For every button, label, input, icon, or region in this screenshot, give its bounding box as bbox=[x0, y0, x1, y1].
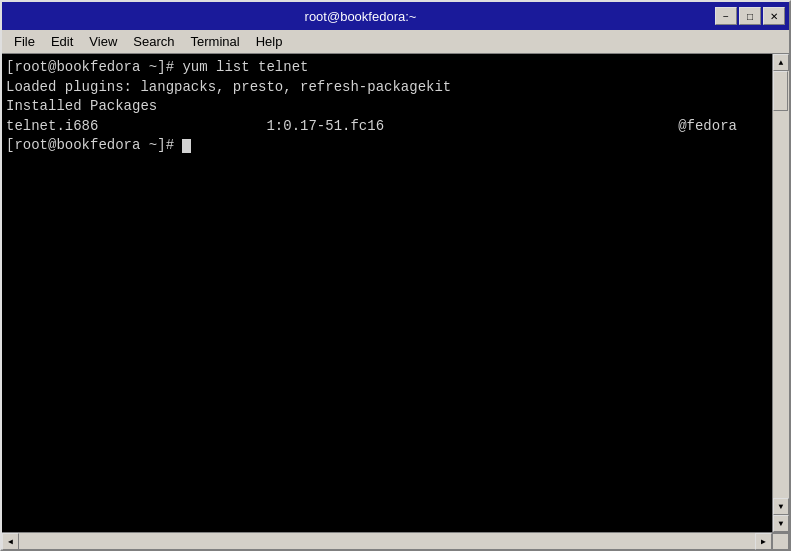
menu-help[interactable]: Help bbox=[248, 32, 291, 51]
menu-bar: File Edit View Search Terminal Help bbox=[2, 30, 789, 54]
minimize-button[interactable]: − bbox=[715, 7, 737, 25]
terminal-prompt-text: [root@bookfedora ~]# bbox=[6, 137, 182, 153]
terminal-line-1: [root@bookfedora ~]# yum list telnet bbox=[6, 59, 308, 75]
terminal-line-3: Installed Packages bbox=[6, 98, 157, 114]
window-title: root@bookfedora:~ bbox=[6, 9, 715, 24]
scroll-down-button-1[interactable]: ▼ bbox=[773, 498, 789, 515]
maximize-button[interactable]: □ bbox=[739, 7, 761, 25]
menu-file[interactable]: File bbox=[6, 32, 43, 51]
terminal-cursor bbox=[182, 139, 191, 153]
terminal-window: root@bookfedora:~ − □ ✕ File Edit View S… bbox=[0, 0, 791, 551]
close-button[interactable]: ✕ bbox=[763, 7, 785, 25]
scroll-down-button-2[interactable]: ▼ bbox=[773, 515, 789, 532]
bottom-bar: ◀ ▶ bbox=[2, 532, 789, 549]
terminal-prompt: [root@bookfedora ~]# bbox=[6, 137, 191, 153]
scroll-left-button[interactable]: ◀ bbox=[2, 533, 19, 550]
vertical-scrollbar: ▲ ▼ ▼ bbox=[772, 54, 789, 532]
title-bar: root@bookfedora:~ − □ ✕ bbox=[2, 2, 789, 30]
scroll-track[interactable] bbox=[773, 71, 789, 498]
window-controls: − □ ✕ bbox=[715, 7, 785, 25]
terminal-pkg-version: 1:0.17-51.fc16 bbox=[266, 118, 384, 134]
menu-view[interactable]: View bbox=[81, 32, 125, 51]
scrollbar-corner bbox=[772, 533, 789, 550]
menu-search[interactable]: Search bbox=[125, 32, 182, 51]
menu-edit[interactable]: Edit bbox=[43, 32, 81, 51]
scroll-up-button[interactable]: ▲ bbox=[773, 54, 789, 71]
h-scroll-track[interactable] bbox=[19, 533, 755, 549]
terminal-area: [root@bookfedora ~]# yum list telnet Loa… bbox=[2, 54, 789, 532]
scroll-thumb[interactable] bbox=[773, 71, 788, 111]
terminal-output[interactable]: [root@bookfedora ~]# yum list telnet Loa… bbox=[2, 54, 772, 532]
terminal-pkg-name: telnet.i686 bbox=[6, 118, 98, 134]
menu-terminal[interactable]: Terminal bbox=[183, 32, 248, 51]
scroll-right-button[interactable]: ▶ bbox=[755, 533, 772, 550]
terminal-line-4: telnet.i686 1:0.17-51.fc16 @fedora bbox=[6, 118, 737, 134]
terminal-pkg-repo: @fedora bbox=[678, 118, 737, 134]
terminal-line-2: Loaded plugins: langpacks, presto, refre… bbox=[6, 79, 451, 95]
